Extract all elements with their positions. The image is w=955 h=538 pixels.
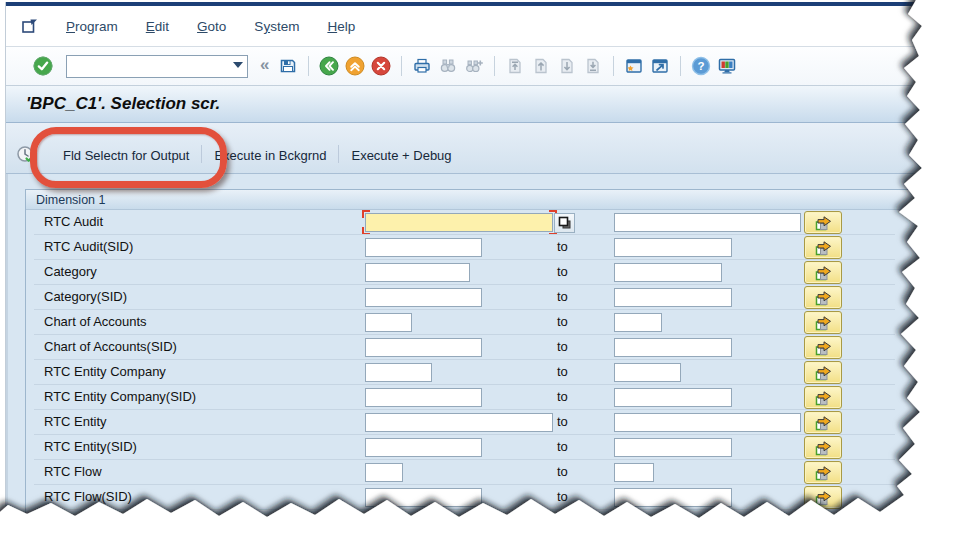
field-label: Category — [44, 264, 97, 279]
to-label: to — [557, 339, 568, 354]
command-field-dropdown-icon[interactable] — [233, 62, 243, 68]
from-field-input[interactable] — [365, 363, 432, 382]
to-label: to — [557, 489, 568, 504]
from-field-input[interactable] — [365, 288, 482, 307]
title-bar: 'BPC_C1'. Selection scr. — [6, 86, 933, 123]
selection-row: Chart of Accountsto — [26, 310, 923, 335]
new-session-icon[interactable] — [623, 55, 645, 77]
exit-icon[interactable] — [344, 55, 366, 77]
to-field-input[interactable] — [614, 388, 732, 407]
to-label: to — [557, 439, 568, 454]
menu-program[interactable]: Program — [66, 19, 118, 34]
multiple-selection-button[interactable] — [804, 411, 842, 434]
to-field-input[interactable] — [614, 213, 801, 232]
field-label: RTC Entity Company — [44, 364, 166, 379]
groupbox-header: Dimension 1 — [26, 190, 923, 210]
field-label: Category(SID) — [44, 289, 127, 304]
to-field-input[interactable] — [614, 413, 801, 432]
multiple-selection-button[interactable] — [804, 361, 842, 384]
to-field-input[interactable] — [614, 313, 662, 332]
back-icon[interactable] — [318, 55, 340, 77]
save-icon[interactable] — [277, 55, 299, 77]
to-label: to — [557, 414, 568, 429]
to-field-input[interactable] — [614, 288, 732, 307]
collapse-toolbar-icon[interactable]: « — [260, 55, 269, 75]
from-field-input[interactable] — [365, 488, 482, 507]
menu-edit[interactable]: Edit — [146, 19, 169, 34]
menu-goto[interactable]: Goto — [197, 19, 226, 34]
multiple-selection-button[interactable] — [804, 311, 842, 334]
to-label: to — [557, 464, 568, 479]
from-field-input[interactable] — [365, 313, 412, 332]
to-field-input[interactable] — [614, 438, 732, 457]
multiple-selection-button[interactable] — [804, 386, 842, 409]
to-label: to — [557, 239, 568, 254]
next-page-icon[interactable] — [556, 55, 578, 77]
group-rows: RTC AuditRTC Audit(SID)toCategorytoCateg… — [26, 210, 923, 510]
multiple-selection-button[interactable] — [804, 261, 842, 284]
multiple-selection-button[interactable] — [804, 486, 842, 509]
selection-row: RTC Entity Company(SID)to — [26, 385, 923, 410]
previous-page-icon[interactable] — [530, 55, 552, 77]
selection-row: Chart of Accounts(SID)to — [26, 335, 923, 360]
toolbar-separator — [308, 56, 309, 76]
to-label: to — [557, 289, 568, 304]
to-label: to — [557, 314, 568, 329]
sap-gui-window: ProgramEditGotoSystemHelp « ? 'BPC_C1'. … — [0, 0, 955, 538]
menu-help[interactable]: Help — [327, 19, 355, 34]
from-field-input[interactable] — [365, 463, 403, 482]
menu-system[interactable]: System — [254, 19, 299, 34]
sap-control-menu-icon[interactable] — [20, 16, 40, 36]
first-page-icon[interactable] — [504, 55, 526, 77]
from-field-input[interactable] — [365, 238, 482, 257]
to-field-input[interactable] — [614, 238, 732, 257]
from-field-input[interactable] — [365, 413, 553, 432]
execute-clock-icon[interactable] — [15, 144, 37, 166]
from-field-input[interactable] — [365, 263, 470, 282]
selection-row: RTC Entity(SID)to — [26, 435, 923, 460]
multiple-selection-button[interactable] — [804, 461, 842, 484]
enter-check-icon[interactable] — [32, 55, 54, 77]
from-field-input[interactable] — [365, 213, 553, 232]
to-field-input[interactable] — [614, 463, 654, 482]
to-field-input[interactable] — [614, 263, 722, 282]
app-button-execute-debug[interactable]: Execute + Debug — [339, 145, 463, 166]
to-field-input[interactable] — [614, 363, 681, 382]
print-icon[interactable] — [411, 55, 433, 77]
app-button-execute-in-bckgrnd[interactable]: Execute in Bckgrnd — [202, 145, 338, 166]
app-frame: ProgramEditGotoSystemHelp « ? 'BPC_C1'. … — [5, 2, 933, 523]
multiple-selection-button[interactable] — [804, 336, 842, 359]
matchcode-button[interactable] — [554, 213, 575, 233]
from-field-input[interactable] — [365, 388, 482, 407]
to-field-input[interactable] — [614, 488, 732, 507]
svg-text:?: ? — [698, 60, 705, 72]
to-field-input[interactable] — [614, 338, 732, 357]
from-field-input[interactable] — [365, 338, 482, 357]
create-shortcut-icon[interactable] — [649, 55, 671, 77]
command-field-input[interactable] — [66, 55, 248, 78]
last-page-icon[interactable] — [582, 55, 604, 77]
dimension-groupbox: Dimension 1 RTC AuditRTC Audit(SID)toCat… — [25, 189, 924, 519]
cancel-icon[interactable] — [370, 55, 392, 77]
field-label: RTC Flow — [44, 464, 102, 479]
find-next-icon[interactable] — [463, 55, 485, 77]
app-button-fld-selectn-for-output[interactable]: Fld Selectn for Output — [51, 145, 201, 166]
multiple-selection-button[interactable] — [804, 211, 842, 234]
row-separator — [34, 509, 895, 510]
from-field-input[interactable] — [365, 438, 482, 457]
field-label: RTC Entity Company(SID) — [44, 389, 196, 404]
selection-row: Category(SID)to — [26, 285, 923, 310]
multiple-selection-button[interactable] — [804, 236, 842, 259]
to-label: to — [557, 364, 568, 379]
selection-row: RTC Audit(SID)to — [26, 235, 923, 260]
multiple-selection-button[interactable] — [804, 286, 842, 309]
field-label: Chart of Accounts(SID) — [44, 339, 177, 354]
page-title: 'BPC_C1'. Selection scr. — [26, 94, 220, 114]
find-icon[interactable] — [437, 55, 459, 77]
multiple-selection-button[interactable] — [804, 436, 842, 459]
help-icon[interactable]: ? — [690, 55, 712, 77]
field-label: RTC Flow(SID) — [44, 489, 132, 504]
customize-layout-icon[interactable] — [716, 55, 738, 77]
groupbox-title: Dimension 1 — [36, 193, 105, 207]
application-toolbar: Fld Selectn for OutputExecute in Bckgrnd… — [6, 123, 933, 174]
